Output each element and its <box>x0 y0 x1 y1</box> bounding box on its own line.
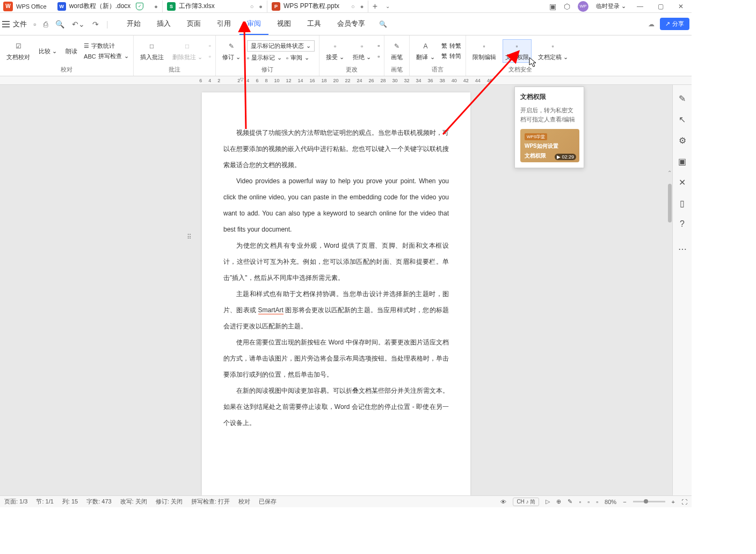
horizontal-ruler[interactable]: ▽ 642 2468101214161820222426283032343638… <box>0 76 692 85</box>
app-name: WPS Office <box>16 3 47 10</box>
login-text[interactable]: 临时登录 ⌄ <box>596 2 626 10</box>
tab-close[interactable]: ○ <box>351 3 355 10</box>
video-duration: ▶ 02:29 <box>555 154 576 160</box>
compare-button[interactable]: ☑ 文档校对 <box>4 40 32 62</box>
tab-ppt[interactable]: P WPS PPT教程.pptx ○ ● <box>267 1 368 12</box>
zoom-in-button[interactable]: + <box>672 499 675 505</box>
paragraph[interactable]: 使用在需要位置出现的新按钮在 Word 中保存时间。若要更改图片适应文档的方式，… <box>223 334 449 383</box>
delete-comment-button[interactable]: □ 删除批注 ⌄ <box>170 40 205 62</box>
ppt-icon: P <box>272 2 280 11</box>
compare-docs-button[interactable]: 比较 ⌄ <box>37 46 59 56</box>
new-tab-button[interactable]: + <box>368 2 381 11</box>
file-menu[interactable]: 文件 <box>13 19 27 29</box>
zoom-slider[interactable] <box>633 501 665 502</box>
cube-icon[interactable]: ⬡ <box>564 2 570 11</box>
zoom-level[interactable]: 80% <box>605 499 616 505</box>
paragraph[interactable]: 在新的阅读视图中阅读更加容易。可以折叠文档某些部分并关注所需文本。如果在达到结尾… <box>223 383 449 431</box>
vertical-scrollbar[interactable]: ⌃ <box>667 170 672 507</box>
finalize-button[interactable]: ▫ 文档定稿 ⌄ <box>536 40 570 62</box>
fullscreen-icon[interactable]: ⛶ <box>681 499 687 505</box>
reject-button[interactable]: ▫ 拒绝 ⌄ <box>351 40 373 62</box>
tools-icon[interactable]: ✕ <box>679 177 686 188</box>
paragraph[interactable]: 主题和样式也有助于文档保持协调。当您单击设计并选择新的主题时，图片、图表或 Sm… <box>223 286 449 334</box>
prev-change-icon[interactable]: ▫ <box>377 42 380 49</box>
tab-tool[interactable]: 工具 <box>300 13 329 35</box>
tab-reference[interactable]: 引用 <box>209 13 238 35</box>
tab-start[interactable]: 开始 <box>119 13 148 35</box>
read-button[interactable]: 朗读 <box>63 46 79 56</box>
next-comment-icon[interactable]: ▫ <box>209 53 211 60</box>
pencil-icon[interactable]: ✎ <box>679 93 686 104</box>
accept-button[interactable]: ▫ 接受 ⌄ <box>324 40 346 62</box>
zoom-out-button[interactable]: − <box>623 499 626 505</box>
lock-icon[interactable]: ✎ <box>568 498 572 505</box>
review-pane-button[interactable]: ▫ 审阅 ⌄ <box>286 54 309 62</box>
preview-icon[interactable]: 🔍 <box>55 20 64 28</box>
gallery-icon[interactable]: ▣ <box>678 156 686 167</box>
mouse-cursor <box>528 56 538 68</box>
next-change-icon[interactable]: ▫ <box>377 53 380 60</box>
tab-excel[interactable]: S 工作簿3.xlsx ○ ● <box>163 1 267 12</box>
scroll-up-icon[interactable]: ⌃ <box>667 170 672 176</box>
drag-handle-icon[interactable]: ⠿ <box>187 233 192 241</box>
redo-icon[interactable]: ↷ <box>92 20 99 28</box>
minimize-button[interactable]: — <box>634 3 646 10</box>
tab-vip[interactable]: 会员专享 <box>330 13 373 35</box>
tab-close[interactable]: ● <box>360 3 364 10</box>
view-page-icon[interactable]: ▫ <box>579 499 581 505</box>
tooltip-video-thumbnail[interactable]: WPS学堂 WPS如何设置 文档权限 ▶ 02:29 <box>520 129 579 162</box>
scrollbar-thumb[interactable] <box>668 184 672 222</box>
more-icon[interactable]: ⋯ <box>678 244 687 254</box>
paragraph[interactable]: 为使您的文档具有专业外观，Word 提供了页眉、页脚、封面和文本框设计，这些设计… <box>223 238 449 286</box>
globe-icon[interactable]: ⊕ <box>556 498 561 505</box>
status-overwrite[interactable]: 改写: 关闭 <box>120 498 147 506</box>
settings-icon[interactable]: ⚙ <box>679 135 686 146</box>
status-spell[interactable]: 拼写检查: 打开 <box>191 498 230 506</box>
status-page[interactable]: 页面: 1/3 <box>4 498 27 506</box>
tab-close[interactable]: ● <box>154 3 158 10</box>
cloud-icon[interactable]: ☁ <box>648 20 655 28</box>
show-markup-button[interactable]: ▫ 显示标记 ⌄ <box>247 54 282 62</box>
search-icon[interactable]: 🔍 <box>379 20 387 28</box>
hamburger-icon[interactable] <box>2 21 10 27</box>
tab-dropdown[interactable]: ⌄ <box>381 3 394 9</box>
layout-icon[interactable]: ▣ <box>549 2 556 11</box>
view-outline-icon[interactable]: ▫ <box>587 499 590 505</box>
status-proof[interactable]: 校对 <box>238 498 250 506</box>
maximize-button[interactable]: ▢ <box>654 3 667 10</box>
document-page[interactable]: ⠿ 视频提供了功能强大的方法帮助您证明您的观点。当您单击联机视频时，可以在想要添… <box>202 92 470 495</box>
spellcheck-button[interactable]: ABC 拼写检查 ⌄ <box>84 52 129 60</box>
status-section[interactable]: 节: 1/1 <box>36 498 53 506</box>
bookmark-icon[interactable]: ▯ <box>680 198 685 208</box>
paragraph[interactable]: Video provides a powerful way to help yo… <box>223 173 449 238</box>
undo-icon[interactable]: ↶⌄ <box>72 20 85 28</box>
save-icon[interactable]: ▫ <box>33 20 36 28</box>
tab-close[interactable]: ○ <box>250 3 254 10</box>
eye-icon[interactable]: 👁 <box>500 499 506 505</box>
word-icon: W <box>57 2 66 11</box>
tab-insert[interactable]: 插入 <box>149 13 178 35</box>
status-words[interactable]: 字数: 473 <box>86 498 111 506</box>
prev-comment-icon[interactable]: ▫ <box>209 42 211 49</box>
play-icon[interactable]: ▷ <box>546 498 550 505</box>
wordcount-button[interactable]: ☰ 字数统计 <box>84 42 129 50</box>
tab-page[interactable]: 页面 <box>179 13 208 35</box>
status-revision[interactable]: 修订: 关闭 <box>156 498 183 506</box>
paragraph[interactable]: 视频提供了功能强大的方法帮助您证明您的观点。当您单击联机视频时，可以在想要添加的… <box>223 125 449 173</box>
ime-indicator[interactable]: CH ♪ 简 <box>513 498 539 506</box>
help-icon[interactable]: ? <box>680 219 685 229</box>
avatar[interactable]: WP <box>578 1 588 12</box>
print-icon[interactable]: ⎙ <box>43 20 48 28</box>
cursor-icon[interactable]: ↖ <box>679 114 686 125</box>
status-col[interactable]: 列: 15 <box>62 498 78 506</box>
pen-button[interactable]: ✎ 画笔 <box>389 40 405 62</box>
translate-button[interactable]: A 翻译 ⌄ <box>414 40 437 62</box>
tab-word[interactable]: W word教程（新）.docx ✓ ● <box>53 1 163 12</box>
insert-comment-button[interactable]: □ 插入批注 <box>138 40 166 62</box>
display-mode-dropdown[interactable]: 显示标记的最终状态⌄ <box>247 40 315 52</box>
tab-close[interactable]: ● <box>259 3 263 10</box>
tab-view[interactable]: 视图 <box>270 13 299 35</box>
share-button[interactable]: ↗ 分享 <box>660 18 689 30</box>
close-button[interactable]: ✕ <box>674 3 687 10</box>
view-web-icon[interactable]: ▫ <box>596 499 598 505</box>
